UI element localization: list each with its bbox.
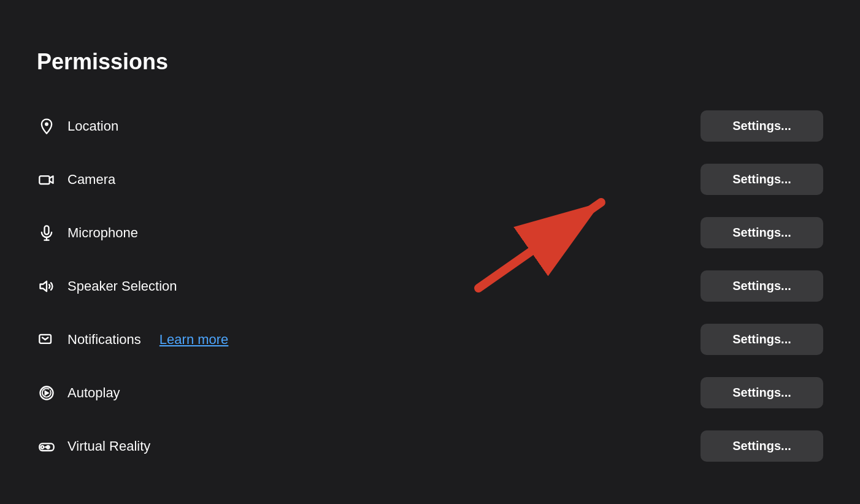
microphone-settings-button[interactable]: Settings... xyxy=(701,217,823,248)
vr-label: Virtual Reality xyxy=(67,438,150,454)
notifications-label: Notifications xyxy=(67,332,141,348)
camera-icon xyxy=(37,170,56,189)
svg-marker-5 xyxy=(40,281,47,291)
permission-row-notifications: Notifications Learn more Settings... xyxy=(37,313,823,366)
permission-row-autoplay: Autoplay Settings... xyxy=(37,366,823,419)
microphone-icon xyxy=(37,223,56,243)
location-icon xyxy=(37,116,56,136)
notifications-settings-button[interactable]: Settings... xyxy=(701,324,823,355)
camera-label: Camera xyxy=(67,172,115,188)
vr-icon xyxy=(37,437,56,456)
permissions-list: Location Settings... Camera Settings... xyxy=(37,99,823,473)
autoplay-icon xyxy=(37,383,56,403)
permission-row-vr: Virtual Reality Settings... xyxy=(37,419,823,473)
autoplay-label: Autoplay xyxy=(67,385,120,401)
page-title: Permissions xyxy=(37,49,823,75)
permission-left-vr: Virtual Reality xyxy=(37,437,150,456)
speaker-settings-button[interactable]: Settings... xyxy=(701,270,823,302)
notifications-learn-more-link[interactable]: Learn more xyxy=(159,332,229,348)
permission-left-notifications: Notifications Learn more xyxy=(37,330,228,349)
permission-left-location: Location xyxy=(37,116,118,136)
autoplay-settings-button[interactable]: Settings... xyxy=(701,377,823,408)
permission-left-camera: Camera xyxy=(37,170,115,189)
permission-row-speaker: Speaker Selection Settings... xyxy=(37,259,823,313)
permission-row-camera: Camera Settings... xyxy=(37,153,823,206)
permission-left-microphone: Microphone xyxy=(37,223,138,243)
microphone-label: Microphone xyxy=(67,225,138,241)
svg-rect-1 xyxy=(39,176,49,184)
permission-row-location: Location Settings... xyxy=(37,99,823,153)
camera-settings-button[interactable]: Settings... xyxy=(701,164,823,195)
permission-left-autoplay: Autoplay xyxy=(37,383,120,403)
permission-left-speaker: Speaker Selection xyxy=(37,277,177,296)
svg-rect-2 xyxy=(45,226,49,234)
location-label: Location xyxy=(67,118,118,134)
svg-point-0 xyxy=(45,122,48,126)
speaker-icon xyxy=(37,277,56,296)
location-settings-button[interactable]: Settings... xyxy=(701,110,823,142)
speaker-label: Speaker Selection xyxy=(67,278,177,294)
vr-settings-button[interactable]: Settings... xyxy=(701,430,823,462)
permission-row-microphone: Microphone Settings... xyxy=(37,206,823,259)
notifications-icon xyxy=(37,330,56,349)
